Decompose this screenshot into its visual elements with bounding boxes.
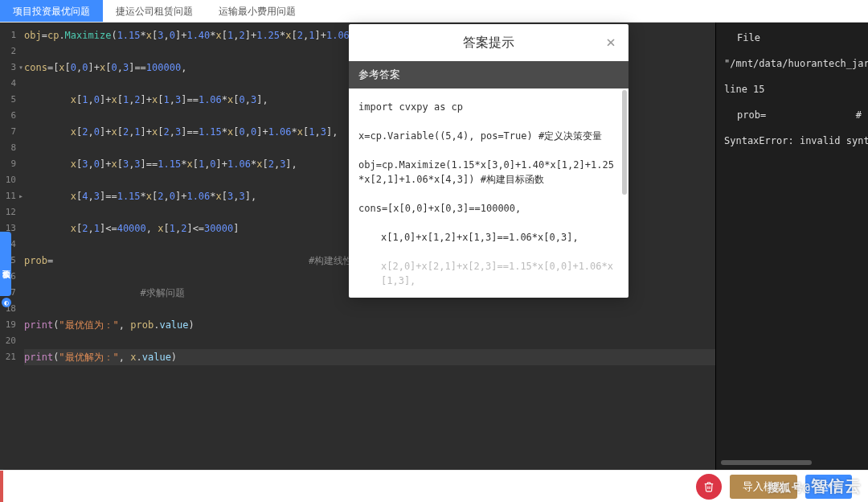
modal-subtitle: 参考答案 [349,61,628,88]
line-number: 8 [0,140,21,156]
output-console[interactable]: File"/mnt/data/huorantech_jar/pyline 15p… [715,23,868,470]
line-number: 5 [0,92,21,108]
delete-button[interactable] [696,474,722,500]
bottom-toolbar: 导入模型 运行 [0,470,868,502]
line-number: 4 [0,76,21,92]
code-line[interactable] [24,301,715,317]
line-number: 1 [0,27,21,43]
console-scrollbar[interactable] [716,460,868,465]
code-line[interactable] [24,333,715,349]
line-number: 2 [0,43,21,60]
line-number: 6 [0,108,21,124]
experiment-panel-handle[interactable]: 实验面板 [0,232,11,296]
line-number: 9 [0,156,21,172]
line-number: 12 [0,204,21,220]
answer-line: cons=[x[0,0]+x[0,3]==100000, [358,201,619,216]
modal-body[interactable]: import cvxpy as cpx=cp.Variable((5,4), p… [349,88,628,298]
line-number: 7 [0,124,21,140]
line-number: 10 [0,172,21,188]
fold-icon[interactable]: ▸ [16,188,26,204]
tab-2[interactable]: 运输最小费用问题 [206,0,309,22]
modal-title-text: 答案提示 [463,35,514,50]
watermark-name: 智信云 [811,476,862,496]
answer-line: x[2,0]+x[2,1]+x[2,3]==1.15*x[0,0]+1.06*x… [358,259,619,288]
answer-hint-modal: 答案提示 × 参考答案 import cvxpy as cpx=cp.Varia… [349,24,628,298]
collapse-icon[interactable]: ◐ [2,298,11,307]
watermark: 搜狐号@智信云 [768,475,862,497]
line-number: 19 [0,317,21,333]
answer-line: x[1,0]+x[1,2]+x[1,3]==1.06*x[0,3], [358,230,619,245]
console-line: "/mnt/data/huorantech_jar/py [724,56,862,71]
trash-icon [703,481,714,492]
watermark-prefix: 搜狐号@ [768,481,811,494]
code-line[interactable]: print("最优解为：", x.value) [24,349,715,365]
console-line: line 15 [724,82,862,97]
line-number: 20 [0,333,21,349]
console-line: prob=# [724,108,862,122]
modal-scrollbar[interactable] [622,90,627,195]
answer-line: import cvxpy as cp [358,100,619,114]
answer-line: obj=cp.Maximize(1.15*x[3,0]+1.40*x[1,2]+… [358,158,619,187]
modal-title: 答案提示 × [349,24,628,61]
tab-0[interactable]: 项目投资最优问题 [0,0,103,22]
status-strip [0,471,696,502]
close-icon[interactable]: × [601,32,620,51]
console-line: File [724,31,862,45]
tab-1[interactable]: 捷运公司租赁问题 [103,0,206,22]
code-line[interactable]: print("最优值为：", prob.value) [24,317,715,333]
line-number: 21 [0,349,21,365]
answer-line: x=cp.Variable((5,4), pos=True) #定义决策变量 [358,129,619,143]
tabs-bar: 项目投资最优问题捷运公司租赁问题运输最小费用问题 [0,0,868,23]
fold-icon[interactable]: ▾ [16,60,26,76]
console-line: SyntaxError: invalid syntax [724,134,862,148]
